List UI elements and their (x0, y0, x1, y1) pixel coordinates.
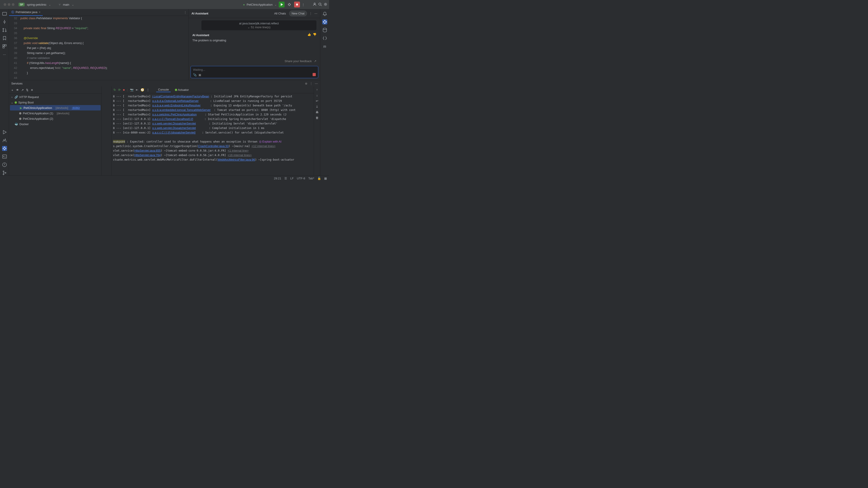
collapse-icon[interactable]: ⇅ (26, 88, 29, 92)
ai-input-box[interactable]: Waiting... 📎 ▣ (191, 66, 318, 78)
scroll-end-icon[interactable]: ⤓ (316, 105, 318, 108)
dump-icon[interactable]: 📷 (130, 88, 133, 92)
terminal-icon[interactable] (2, 154, 7, 159)
svg-point-19 (3, 174, 4, 175)
stop-button[interactable] (294, 2, 300, 7)
svg-rect-11 (3, 44, 4, 46)
close-icon[interactable]: × (39, 10, 41, 14)
project-badge: SP (19, 3, 25, 6)
console-tab[interactable]: Console (156, 88, 170, 92)
tree-app-1[interactable]: ⬢PetClinicApplication (1) [devtools] (9, 110, 101, 116)
chevron-down-icon[interactable]: ⌄ (72, 3, 74, 6)
problems-icon[interactable] (2, 162, 7, 167)
rerun-icon[interactable]: ↻ (114, 88, 116, 92)
minimize-icon[interactable]: — (315, 82, 318, 85)
more-icon[interactable]: ⋮ (147, 88, 149, 92)
thumbs-up-icon[interactable]: 👍 (307, 33, 311, 36)
actuator-tab[interactable]: ⬢ Actuator (173, 88, 191, 92)
ai-message-body: The problem is originating (192, 39, 316, 42)
trace-icon[interactable]: 🧭 (141, 88, 144, 92)
svg-point-7 (4, 21, 5, 23)
svg-point-1 (288, 4, 290, 5)
context-icon[interactable]: ▣ (198, 73, 201, 76)
memory-icon[interactable]: ▦ (324, 177, 327, 180)
tree-app-running[interactable]: ▶ PetClinicApplication [devtools] :8080/ (10, 105, 101, 110)
class-icon: ⓒ (11, 10, 14, 14)
run-tool-icon[interactable] (2, 130, 7, 135)
expand-lines-button[interactable]: ⌄ 51 more line(s) (248, 26, 271, 29)
svg-point-3 (314, 3, 315, 4)
add-icon[interactable]: ＋ (11, 88, 14, 92)
rerun-debug-icon[interactable]: ⟳ (118, 88, 121, 92)
svg-rect-2 (296, 4, 298, 5)
more-tools-icon[interactable]: ⋯ (2, 52, 7, 57)
gear-icon[interactable] (324, 2, 327, 7)
external-icon[interactable]: ↗ (21, 88, 24, 92)
structure-icon[interactable] (2, 44, 7, 49)
branch-name[interactable]: main (63, 3, 69, 6)
project-name[interactable]: spring-petclinic (27, 3, 46, 6)
tree-http-request[interactable]: ›🔗HTTP Request (9, 94, 101, 100)
search-icon[interactable] (318, 2, 322, 7)
tree-app-2[interactable]: ⬢PetClinicApplication (2) (9, 116, 101, 121)
project-tool-icon[interactable] (2, 11, 7, 16)
endpoints-icon[interactable] (322, 36, 327, 41)
line-ending[interactable]: LF (290, 177, 293, 180)
scroll-up-icon[interactable]: ↑ (316, 88, 318, 91)
tab-all-chats[interactable]: All Chats (272, 11, 288, 16)
tree-docker[interactable]: 🐳Docker (9, 121, 101, 127)
trash-icon[interactable]: 🗑 (315, 116, 318, 120)
soft-wrap-icon[interactable]: ↩ (316, 99, 318, 103)
build-tool-icon[interactable] (2, 138, 7, 143)
add-target-icon[interactable]: ⊕ (305, 82, 307, 85)
vcs-tool-icon[interactable] (2, 170, 7, 175)
inspection-icon[interactable]: ☰ (284, 177, 287, 180)
tree-spring-boot[interactable]: ⌄⬢Spring Boot (9, 100, 101, 105)
tab-new-chat[interactable]: New Chat (289, 11, 307, 16)
thumbs-down-icon[interactable]: 👎 (313, 33, 316, 36)
run-config-name[interactable]: PetClinicApplication (247, 3, 273, 6)
chevron-down-icon: ⌄ (248, 26, 250, 29)
pull-requests-icon[interactable] (2, 28, 7, 33)
chevron-down-icon[interactable]: ⌄ (49, 3, 51, 6)
svg-point-8 (3, 28, 4, 29)
svg-point-10 (5, 31, 6, 32)
print-icon[interactable]: 🖶 (315, 110, 318, 114)
editor-tab[interactable]: ⓒ PetValidator.java × (9, 9, 43, 16)
bookmarks-icon[interactable] (2, 36, 7, 41)
indent-setting[interactable]: Tab* (308, 177, 314, 180)
ai-stop-button[interactable] (313, 73, 316, 76)
ai-assistant-icon[interactable] (322, 20, 327, 24)
close-icon[interactable]: ✕ (31, 88, 33, 92)
caret-position[interactable]: 29:21 (274, 177, 281, 180)
feedback-link[interactable]: Share your feedback (285, 59, 312, 63)
svg-point-15 (3, 148, 5, 150)
database-icon[interactable] (322, 28, 327, 33)
more-icon[interactable]: ⋮ (309, 12, 312, 15)
more-icon[interactable]: ⋮ (302, 3, 305, 6)
readonly-icon[interactable]: 🔓 (317, 177, 321, 180)
services-title: Services (11, 82, 23, 85)
file-encoding[interactable]: UTF-8 (297, 177, 305, 180)
more-icon[interactable]: ⋮ (182, 11, 188, 14)
debug-button[interactable] (286, 2, 292, 7)
svg-rect-6 (2, 12, 6, 15)
chevron-down-icon[interactable]: ⌄ (274, 3, 277, 6)
tab-filename: PetValidator.java (16, 10, 37, 14)
scroll-down-icon[interactable]: ↓ (316, 94, 318, 97)
notifications-icon[interactable] (322, 11, 327, 16)
services-tool-icon[interactable] (2, 146, 7, 151)
show-icon[interactable]: 👁 (16, 88, 19, 92)
run-button[interactable] (279, 2, 285, 7)
more-icon[interactable]: ⋮ (310, 82, 313, 85)
attach-icon[interactable]: 📎 (193, 73, 197, 76)
stop-process-icon[interactable]: ■ (123, 88, 125, 92)
minimize-icon[interactable]: — (314, 12, 317, 15)
exit-icon[interactable]: ⇤ (136, 88, 138, 92)
maven-icon[interactable]: m (322, 44, 327, 49)
code-editor[interactable]: public class PetValidator implements Val… (19, 16, 188, 80)
console-output[interactable]: 8 --- [ restartedMain] j.LocalContainerE… (112, 93, 314, 175)
svg-point-18 (3, 171, 4, 172)
commit-tool-icon[interactable] (2, 20, 7, 24)
codewithme-icon[interactable] (313, 2, 316, 7)
